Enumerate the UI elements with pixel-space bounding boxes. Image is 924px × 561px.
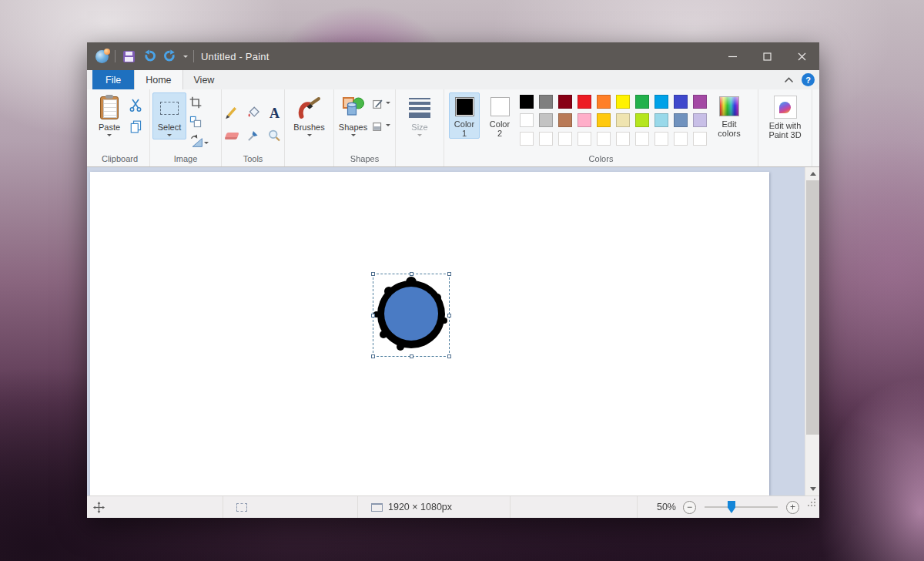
palette-swatch[interactable] bbox=[539, 95, 553, 109]
palette-swatch[interactable] bbox=[578, 113, 591, 127]
edit-with-paint3d-button[interactable]: Edit with Paint 3D bbox=[762, 92, 809, 140]
brush-icon bbox=[297, 95, 322, 121]
color-picker-tool-button[interactable] bbox=[244, 127, 263, 146]
selection-handle[interactable] bbox=[410, 354, 413, 358]
palette-swatch[interactable] bbox=[558, 95, 572, 109]
text-tool-button[interactable]: A bbox=[266, 104, 284, 123]
selection-handle[interactable] bbox=[371, 272, 375, 276]
collapse-ribbon-chevron-icon[interactable] bbox=[784, 77, 794, 83]
shapes-dropdown-icon bbox=[351, 134, 356, 139]
selection-handle[interactable] bbox=[447, 272, 451, 276]
select-rectangle-icon bbox=[157, 95, 182, 121]
pencil-tool-button[interactable] bbox=[223, 104, 241, 123]
palette-swatch[interactable] bbox=[674, 113, 688, 127]
palette-swatch[interactable] bbox=[597, 113, 611, 127]
fill-dropdown-icon bbox=[386, 124, 390, 129]
drawing-canvas[interactable] bbox=[90, 172, 769, 495]
palette-swatch-empty[interactable] bbox=[520, 132, 534, 146]
zoom-in-button[interactable]: + bbox=[786, 501, 799, 514]
palette-swatch-empty[interactable] bbox=[654, 132, 668, 146]
resize-grip[interactable] bbox=[799, 505, 819, 509]
selection-handle[interactable] bbox=[410, 272, 413, 276]
vertical-scrollbar[interactable] bbox=[805, 167, 819, 495]
color2-button[interactable]: Color 2 bbox=[484, 92, 515, 139]
palette-swatch[interactable] bbox=[693, 113, 707, 127]
color2-swatch bbox=[490, 97, 510, 116]
shape-fill-button[interactable] bbox=[370, 117, 393, 136]
title-bar[interactable]: Untitled - Paint bbox=[87, 42, 819, 70]
palette-swatch[interactable] bbox=[616, 113, 630, 127]
save-button[interactable] bbox=[121, 49, 136, 64]
scroll-down-button[interactable] bbox=[805, 482, 819, 495]
canvas-size-value: 1920 × 1080px bbox=[388, 502, 452, 512]
palette-swatch[interactable] bbox=[578, 95, 591, 109]
maximize-button[interactable] bbox=[750, 42, 785, 70]
palette-swatch[interactable] bbox=[674, 95, 688, 109]
scrollbar-thumb[interactable] bbox=[806, 180, 819, 435]
help-button[interactable]: ? bbox=[802, 73, 815, 86]
palette-swatch-empty[interactable] bbox=[539, 132, 553, 146]
status-bar: 1920 × 1080px 50% − + bbox=[87, 495, 819, 518]
crop-button[interactable] bbox=[186, 93, 205, 112]
rotate-button[interactable] bbox=[186, 132, 211, 150]
zoom-slider-track[interactable] bbox=[705, 506, 778, 508]
minimize-button[interactable] bbox=[715, 42, 750, 70]
palette-swatch-empty[interactable] bbox=[616, 132, 630, 146]
palette-swatch-empty[interactable] bbox=[693, 132, 707, 146]
palette-swatch[interactable] bbox=[539, 113, 553, 127]
shapes-button[interactable]: Shapes bbox=[336, 92, 370, 139]
customize-qat-dropdown-icon[interactable] bbox=[183, 55, 188, 60]
palette-swatch-empty[interactable] bbox=[635, 132, 649, 146]
line-size-icon bbox=[407, 95, 432, 121]
copy-button[interactable] bbox=[126, 117, 145, 136]
shape-outline-button[interactable] bbox=[370, 95, 393, 113]
palette-swatch[interactable] bbox=[635, 95, 649, 109]
tab-view[interactable]: View bbox=[183, 70, 226, 89]
palette-swatch[interactable] bbox=[597, 95, 611, 109]
palette-swatch-empty[interactable] bbox=[597, 132, 611, 146]
palette-swatch[interactable] bbox=[693, 95, 707, 109]
resize-button[interactable] bbox=[186, 113, 205, 131]
palette-swatch[interactable] bbox=[635, 113, 649, 127]
selection-handle[interactable] bbox=[447, 354, 451, 358]
minimize-icon bbox=[728, 52, 737, 61]
close-button[interactable] bbox=[785, 42, 819, 70]
zoom-slider-thumb[interactable] bbox=[728, 501, 735, 513]
palette-swatch[interactable] bbox=[654, 113, 668, 127]
select-button[interactable]: Select bbox=[152, 92, 186, 139]
palette-swatch[interactable] bbox=[654, 95, 668, 109]
edit-colors-button[interactable]: Edit colors bbox=[711, 92, 747, 139]
selection-handle[interactable] bbox=[447, 314, 451, 317]
redo-button[interactable] bbox=[162, 49, 178, 64]
color1-button[interactable]: Color 1 bbox=[449, 92, 480, 139]
selection-marquee[interactable] bbox=[373, 274, 450, 357]
palette-swatch[interactable] bbox=[520, 95, 534, 109]
paste-button[interactable]: Paste bbox=[92, 92, 126, 139]
resize-icon bbox=[189, 115, 203, 129]
colors-group: Color 1 Color 2 Edit colors Colors bbox=[444, 89, 758, 166]
eraser-tool-button[interactable] bbox=[223, 127, 241, 146]
size-group-label bbox=[396, 153, 444, 166]
palette-swatch[interactable] bbox=[616, 95, 630, 109]
tab-home[interactable]: Home bbox=[134, 70, 182, 89]
palette-swatch-empty[interactable] bbox=[578, 132, 591, 146]
magnifier-tool-button[interactable] bbox=[266, 127, 284, 146]
fill-tool-button[interactable] bbox=[244, 104, 263, 123]
palette-swatch-empty[interactable] bbox=[674, 132, 688, 146]
size-button[interactable]: Size bbox=[400, 92, 439, 139]
brushes-button[interactable]: Brushes bbox=[289, 92, 330, 139]
zoom-slider[interactable] bbox=[705, 500, 778, 514]
selection-handle[interactable] bbox=[371, 354, 375, 358]
selection-handle[interactable] bbox=[371, 314, 375, 317]
undo-button[interactable] bbox=[142, 49, 157, 64]
zoom-out-button[interactable]: − bbox=[683, 501, 696, 514]
paint3d-icon bbox=[774, 96, 797, 119]
cut-button[interactable] bbox=[126, 96, 145, 114]
tab-file[interactable]: File bbox=[92, 70, 134, 89]
palette-swatch[interactable] bbox=[520, 113, 534, 127]
scroll-up-button[interactable] bbox=[805, 167, 819, 180]
palette-swatch-empty[interactable] bbox=[558, 132, 572, 146]
palette-swatch[interactable] bbox=[558, 113, 572, 127]
close-icon bbox=[798, 52, 806, 61]
clipboard-group: Paste bbox=[90, 89, 150, 166]
